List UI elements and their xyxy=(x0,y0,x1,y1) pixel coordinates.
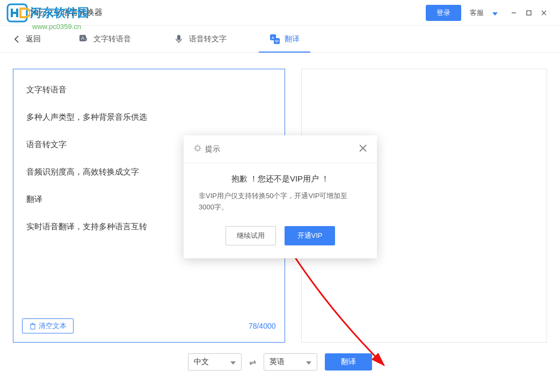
bottom-controls: 中文 ⇌ 英语 翻译 xyxy=(0,353,560,371)
translate-icon: A中 xyxy=(270,34,280,45)
tab-text-to-speech[interactable]: A 文字转语音 xyxy=(68,26,142,53)
chevron-down-icon xyxy=(230,358,236,366)
target-language-select[interactable]: 英语 xyxy=(264,353,317,371)
svg-line-22 xyxy=(195,150,196,151)
tab-label: 翻译 xyxy=(285,34,300,44)
close-icon xyxy=(359,144,367,153)
tab-label: 语音转文字 xyxy=(189,34,227,44)
source-lang-label: 中文 xyxy=(194,357,209,367)
back-button[interactable]: 返回 xyxy=(13,34,41,44)
svg-text:中: 中 xyxy=(275,39,279,43)
dropdown-icon[interactable] xyxy=(492,8,498,18)
text-line: 文字转语音 xyxy=(26,82,272,97)
clear-label: 清空文本 xyxy=(39,321,67,331)
app-title: 风云文字语音转换器 xyxy=(30,8,426,18)
close-button[interactable] xyxy=(536,5,551,20)
char-counter: 78/4000 xyxy=(249,322,276,330)
trash-icon xyxy=(29,322,37,330)
chevron-down-icon xyxy=(306,358,311,366)
target-lang-label: 英语 xyxy=(270,357,285,367)
vip-prompt-dialog: 提示 抱歉 ！您还不是VIP用户 ！ 非VIP用户仅支持转换50个字，开通VIP… xyxy=(184,135,377,258)
continue-trial-button[interactable]: 继续试用 xyxy=(226,226,276,245)
titlebar: A 风云文字语音转换器 登录 客服 xyxy=(0,0,560,26)
translate-button[interactable]: 翻译 xyxy=(325,353,372,371)
minimize-button[interactable] xyxy=(506,5,521,20)
tab-label: 文字转语音 xyxy=(93,34,131,44)
bulb-icon xyxy=(193,144,202,154)
svg-line-23 xyxy=(200,146,201,147)
svg-rect-4 xyxy=(527,11,531,15)
tabbar: 返回 A 文字转语音 语音转文字 A中 翻译 xyxy=(0,26,560,53)
svg-text:A: A xyxy=(14,9,20,17)
modal-sub-message: 非VIP用户仅支持转换50个字，开通VIP可增加至3000字。 xyxy=(199,191,362,213)
back-label: 返回 xyxy=(26,34,41,44)
svg-line-21 xyxy=(200,150,201,151)
svg-rect-9 xyxy=(177,35,180,40)
swap-languages-button[interactable]: ⇌ xyxy=(249,357,256,367)
svg-rect-14 xyxy=(31,324,35,329)
modal-close-button[interactable] xyxy=(359,143,367,155)
speech-to-text-icon xyxy=(174,34,185,45)
tab-speech-to-text[interactable]: 语音转文字 xyxy=(163,26,237,53)
service-link[interactable]: 客服 xyxy=(470,8,484,18)
text-line: 多种人声类型，多种背景音乐供选 xyxy=(26,110,272,124)
modal-title: 提示 xyxy=(205,144,220,154)
login-button[interactable]: 登录 xyxy=(426,5,461,21)
maximize-button[interactable] xyxy=(521,5,536,20)
back-arrow-icon xyxy=(13,35,21,43)
app-logo-icon: A xyxy=(9,4,26,21)
source-language-select[interactable]: 中文 xyxy=(188,353,242,371)
tab-translate[interactable]: A中 翻译 xyxy=(259,26,310,53)
modal-message: 抱歉 ！您还不是VIP用户 ！ xyxy=(199,174,362,184)
text-to-speech-icon: A xyxy=(78,34,89,45)
svg-line-20 xyxy=(195,146,196,147)
svg-text:A: A xyxy=(81,35,84,41)
clear-text-button[interactable]: 清空文本 xyxy=(22,318,74,333)
open-vip-button[interactable]: 开通VIP xyxy=(285,226,336,245)
svg-point-15 xyxy=(195,146,200,150)
